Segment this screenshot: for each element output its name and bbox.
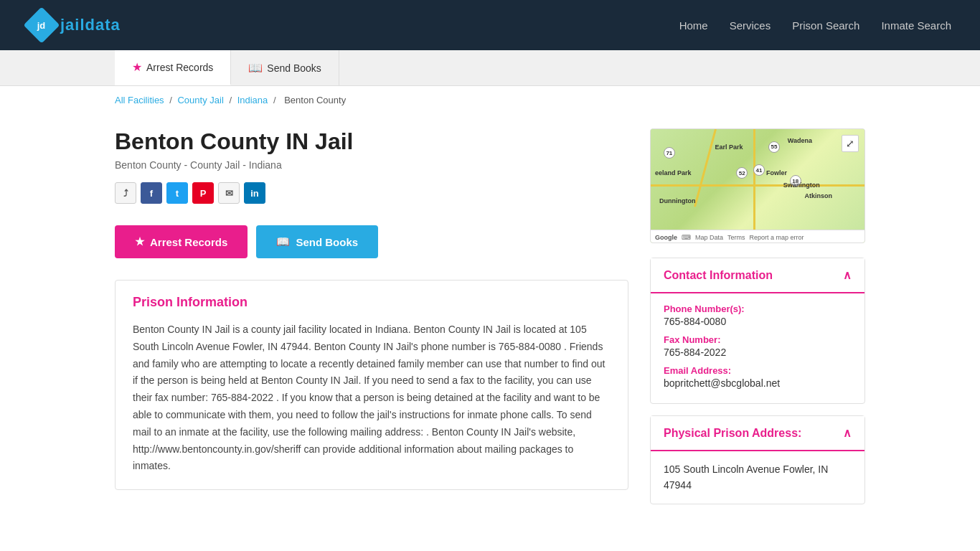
- breadcrumb-sep-1: /: [169, 95, 174, 105]
- breadcrumb-sep-3: /: [273, 95, 278, 105]
- sub-nav: ★ Arrest Records 📖 Send Books: [0, 50, 980, 86]
- nav-inmate-search-link[interactable]: Inmate Search: [881, 19, 951, 32]
- map-report-link[interactable]: Report a map error: [750, 234, 804, 241]
- map-keyboard-icon: ⌨: [682, 234, 691, 241]
- email-icon[interactable]: ✉: [218, 182, 240, 204]
- address-chevron-up-icon: ∧: [843, 426, 852, 440]
- breadcrumb-sep-2: /: [229, 95, 234, 105]
- tab-send-books[interactable]: 📖 Send Books: [231, 50, 339, 85]
- prison-info-text: Benton County IN Jail is a county jail f…: [133, 321, 611, 475]
- logo-jail: jail: [60, 16, 85, 34]
- book-icon: 📖: [248, 61, 263, 75]
- nav-prison-search[interactable]: Prison Search: [792, 19, 859, 32]
- map-image: 71 55 52 41 18 Earl Park Wadena Fowler S…: [651, 129, 864, 230]
- arrest-records-button[interactable]: ★ Arrest Records: [115, 225, 248, 258]
- contact-card-body: Phone Number(s): 765-884-0080 Fax Number…: [651, 293, 864, 403]
- linkedin-icon[interactable]: in: [244, 182, 265, 204]
- send-books-book-icon: 📖: [276, 235, 290, 248]
- breadcrumb-all-facilities[interactable]: All Facilities: [115, 95, 164, 105]
- map-label-atkinson: Atkinson: [805, 192, 833, 199]
- map-label-earl-park: Earl Park: [715, 143, 743, 151]
- arrest-records-label: Arrest Records: [150, 236, 227, 248]
- tab-send-books-label: Send Books: [267, 62, 321, 74]
- map-road-horizontal: [651, 184, 864, 187]
- arrest-records-star-icon: ★: [135, 235, 144, 248]
- logo-jd-text: jd: [37, 20, 46, 31]
- address-card-header[interactable]: Physical Prison Address: ∧: [651, 416, 864, 451]
- share-icon[interactable]: ⤴: [115, 182, 136, 204]
- map-route-52: 52: [736, 167, 748, 179]
- contact-card-header[interactable]: Contact Information ∧: [651, 258, 864, 293]
- contact-card: Contact Information ∧ Phone Number(s): 7…: [650, 258, 865, 404]
- page-subtitle: Benton County - County Jail - Indiana: [115, 159, 628, 171]
- prison-info-title: Prison Information: [133, 295, 611, 310]
- logo-diamond: jd: [24, 7, 60, 44]
- map-label-eeland-park: eeland Park: [655, 169, 692, 176]
- contact-section-title: Contact Information: [664, 269, 773, 282]
- pinterest-icon[interactable]: P: [192, 182, 214, 204]
- nav-inmate-search[interactable]: Inmate Search: [881, 19, 951, 32]
- nav-links: Home Services Prison Search Inmate Searc…: [679, 19, 951, 32]
- email-value[interactable]: bopritchett@sbcglobal.net: [664, 377, 852, 389]
- social-icons: ⤴ f t P ✉ in: [115, 182, 628, 204]
- left-column: Benton County IN Jail Benton County - Co…: [115, 128, 628, 504]
- email-label: Email Address:: [664, 365, 852, 376]
- main-container: Benton County IN Jail Benton County - Co…: [0, 114, 980, 519]
- page-title: Benton County IN Jail: [115, 128, 628, 155]
- address-card-body: 105 South Lincoln Avenue Fowler, IN 4794…: [651, 451, 864, 504]
- map-road-vertical: [753, 129, 755, 230]
- map-route-55: 55: [768, 141, 780, 153]
- send-books-label: Send Books: [296, 236, 358, 248]
- breadcrumb-current: Benton County: [284, 95, 346, 105]
- logo-text: jaildata: [60, 16, 121, 34]
- breadcrumb-indiana[interactable]: Indiana: [237, 95, 268, 105]
- send-books-button[interactable]: 📖 Send Books: [256, 225, 378, 258]
- logo-data: data: [85, 16, 121, 34]
- nav-home-link[interactable]: Home: [679, 19, 708, 32]
- prison-info-box: Prison Information Benton County IN Jail…: [115, 280, 628, 490]
- breadcrumb-county-jail[interactable]: County Jail: [177, 95, 223, 105]
- main-nav: jd jaildata Home Services Prison Search …: [0, 0, 980, 50]
- map-terms-link[interactable]: Terms: [727, 234, 745, 241]
- nav-services-link[interactable]: Services: [730, 19, 771, 32]
- address-value: 105 South Lincoln Avenue Fowler, IN 4794…: [664, 463, 828, 491]
- right-column: 71 55 52 41 18 Earl Park Wadena Fowler S…: [650, 128, 865, 504]
- map-route-41: 41: [753, 164, 765, 176]
- map-route-71: 71: [664, 147, 675, 159]
- facebook-icon[interactable]: f: [141, 182, 162, 204]
- nav-services[interactable]: Services: [730, 19, 771, 32]
- tab-arrest-records[interactable]: ★ Arrest Records: [115, 50, 231, 85]
- fax-value: 765-884-2022: [664, 347, 852, 358]
- contact-chevron-up-icon: ∧: [843, 268, 852, 282]
- address-section-title: Physical Prison Address:: [664, 427, 801, 440]
- map-label-fowler: Fowler: [766, 169, 787, 176]
- google-logo: Google: [655, 234, 677, 241]
- phone-label: Phone Number(s):: [664, 303, 852, 314]
- nav-prison-search-link[interactable]: Prison Search: [792, 19, 859, 32]
- twitter-icon[interactable]: t: [166, 182, 188, 204]
- map-footer: Google ⌨ Map Data Terms Report a map err…: [651, 230, 864, 243]
- map-road-diagonal: [694, 129, 717, 207]
- phone-value: 765-884-0080: [664, 316, 852, 327]
- fax-label: Fax Number:: [664, 334, 852, 345]
- map-data-label: Map Data: [695, 234, 723, 241]
- map-label-swanington: Swanington: [783, 182, 820, 189]
- nav-home[interactable]: Home: [679, 19, 708, 32]
- address-card: Physical Prison Address: ∧ 105 South Lin…: [650, 415, 865, 504]
- star-icon: ★: [132, 60, 142, 74]
- breadcrumb: All Facilities / County Jail / Indiana /…: [0, 86, 980, 114]
- map-label-dunnington: Dunnington: [659, 197, 695, 204]
- map-label-wadena: Wadena: [788, 137, 812, 144]
- map-container: 71 55 52 41 18 Earl Park Wadena Fowler S…: [650, 128, 865, 243]
- cta-buttons: ★ Arrest Records 📖 Send Books: [115, 225, 628, 258]
- map-expand-button[interactable]: ⤢: [842, 135, 859, 152]
- tab-arrest-records-label: Arrest Records: [146, 62, 213, 73]
- logo[interactable]: jd jaildata: [29, 12, 121, 38]
